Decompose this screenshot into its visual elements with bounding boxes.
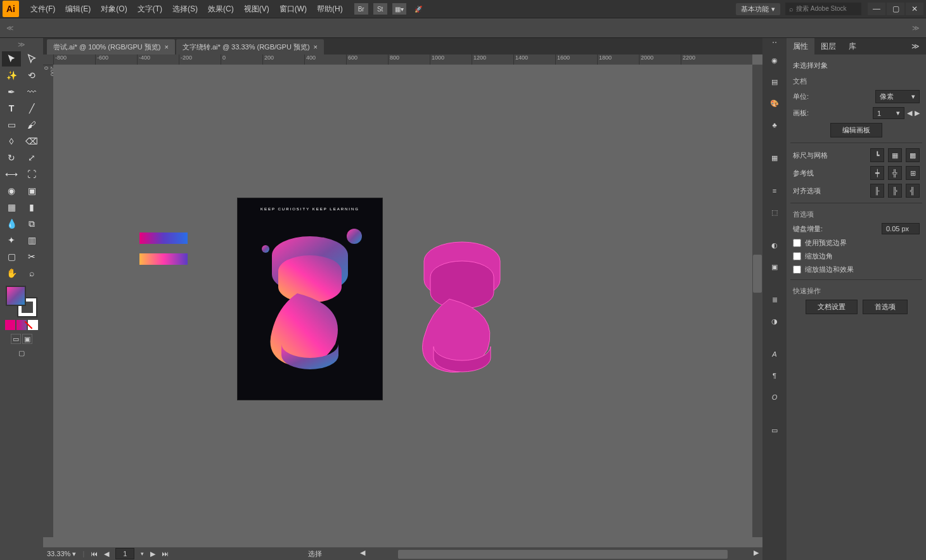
document-setup-button[interactable]: 文档设置 bbox=[806, 300, 858, 314]
swatches-panel-icon[interactable]: 🎨 bbox=[765, 94, 784, 113]
scrollbar-thumb[interactable] bbox=[753, 255, 762, 293]
guides-visibility-icon[interactable]: ┿ bbox=[870, 166, 884, 180]
screen-mode-normal[interactable]: ▭ bbox=[11, 334, 21, 344]
color-panel-icon[interactable]: ◉ bbox=[765, 51, 784, 70]
free-transform-tool[interactable]: ⛶ bbox=[22, 167, 41, 182]
rotate-tool[interactable]: ↻ bbox=[2, 150, 21, 165]
ruler-horizontal[interactable]: -800-600-400-200020040060080010001200140… bbox=[53, 54, 752, 65]
screen-mode-toggle[interactable]: ▢ bbox=[16, 348, 27, 358]
hand-tool[interactable]: ✋ bbox=[2, 265, 21, 281]
graph-tool[interactable]: ▥ bbox=[22, 232, 41, 248]
menu-select[interactable]: 选择(S) bbox=[167, 0, 203, 18]
canvas[interactable]: -800-600-400-200020040060080010001200140… bbox=[43, 54, 762, 547]
menu-window[interactable]: 窗口(W) bbox=[274, 0, 312, 18]
paintbrush-tool[interactable]: 🖌 bbox=[22, 117, 41, 132]
toolbar-handle[interactable]: ≫ bbox=[18, 41, 25, 49]
units-dropdown[interactable]: 像素▾ bbox=[875, 90, 920, 103]
ruler-vertical[interactable]: 02004006008001000120014001600 bbox=[43, 65, 53, 537]
artboard-dropdown[interactable]: 1▾ bbox=[873, 107, 904, 119]
tab-libraries[interactable]: 库 bbox=[842, 38, 863, 54]
gradient-tool[interactable]: ▮ bbox=[22, 200, 41, 215]
stroke-panel-icon[interactable]: ▦ bbox=[765, 148, 784, 167]
guides-lock-icon[interactable]: ╬ bbox=[888, 166, 902, 180]
mesh-tool[interactable]: ▦ bbox=[2, 200, 21, 215]
smart-guides-icon[interactable]: ⊞ bbox=[906, 166, 920, 180]
symbols-panel-icon[interactable]: ♣ bbox=[765, 115, 784, 134]
eraser-tool[interactable]: ⌫ bbox=[22, 134, 41, 149]
artboard-1[interactable]: KEEP CURIOSITY KEEP LEARNING bbox=[237, 198, 383, 400]
gradient-swatch-1[interactable] bbox=[139, 232, 188, 244]
blend-tool[interactable]: ⧉ bbox=[22, 216, 41, 231]
opentype-panel-icon[interactable]: O bbox=[765, 388, 784, 407]
stage[interactable]: KEEP CURIOSITY KEEP LEARNING bbox=[53, 65, 752, 537]
paragraph-panel-icon[interactable]: ¶ bbox=[765, 366, 784, 385]
fill-stroke-swatch[interactable] bbox=[6, 286, 37, 317]
direct-selection-tool[interactable] bbox=[22, 51, 41, 67]
selection-tool[interactable] bbox=[2, 51, 21, 67]
ruler-toggle-icon[interactable]: ┗ bbox=[870, 148, 884, 162]
nav-first[interactable]: ⏮ bbox=[91, 550, 98, 557]
scale-tool[interactable]: ⤢ bbox=[22, 150, 41, 165]
menu-type[interactable]: 文字(T) bbox=[132, 0, 167, 18]
close-button[interactable]: ✕ bbox=[906, 3, 923, 15]
fill-swatch[interactable] bbox=[6, 286, 26, 306]
minimize-button[interactable]: — bbox=[868, 3, 885, 15]
screen-mode-full[interactable]: ▣ bbox=[22, 334, 32, 344]
horizontal-scrollbar[interactable] bbox=[373, 549, 746, 558]
search-input[interactable]: ⌕ 搜索 Adobe Stock bbox=[785, 3, 861, 15]
align-key-icon[interactable]: ╠ bbox=[888, 184, 902, 198]
shaper-tool[interactable]: ◊ bbox=[2, 134, 21, 149]
panel-collapse-icon[interactable]: ≫ bbox=[905, 38, 926, 54]
artboard-next-icon[interactable]: ▶ bbox=[915, 109, 920, 117]
tab-doc-1[interactable]: 尝试.ai* @ 100% (RGB/GPU 预览) × bbox=[47, 39, 175, 54]
transform-panel-icon[interactable]: ⬚ bbox=[765, 203, 784, 222]
slice-tool[interactable]: ✂ bbox=[22, 249, 41, 264]
width-tool[interactable]: ⟷ bbox=[2, 167, 21, 182]
color-mode-solid[interactable] bbox=[5, 320, 15, 330]
artboard-number[interactable]: 1 bbox=[115, 548, 134, 559]
menu-object[interactable]: 对象(O) bbox=[96, 0, 132, 18]
grid-toggle-icon[interactable]: ▦ bbox=[888, 148, 902, 162]
menu-view[interactable]: 视图(V) bbox=[239, 0, 274, 18]
menu-effect[interactable]: 效果(C) bbox=[203, 0, 239, 18]
color-guide-icon[interactable]: ▤ bbox=[765, 72, 784, 91]
perspective-tool[interactable]: ▣ bbox=[22, 183, 41, 198]
graphic-styles-icon[interactable]: ▣ bbox=[765, 257, 784, 276]
artboard-tool[interactable]: ▢ bbox=[2, 249, 21, 264]
shape-builder-tool[interactable]: ◉ bbox=[2, 183, 21, 198]
tab-properties[interactable]: 属性 bbox=[787, 38, 814, 54]
line-tool[interactable]: ╱ bbox=[22, 101, 41, 116]
type-panel-icon[interactable]: A bbox=[765, 345, 784, 364]
type-tool[interactable]: T bbox=[2, 101, 21, 116]
eyedropper-tool[interactable]: 💧 bbox=[2, 216, 21, 231]
zoom-level[interactable]: 33.33% ▾ bbox=[47, 550, 76, 558]
preferences-button[interactable]: 首选项 bbox=[863, 300, 908, 314]
align-pixel-icon[interactable]: ╟ bbox=[870, 184, 884, 198]
scale-strokes-checkbox[interactable] bbox=[793, 265, 801, 274]
stock-icon[interactable]: St bbox=[373, 3, 387, 15]
lasso-tool[interactable]: ⟲ bbox=[22, 68, 41, 83]
bridge-icon[interactable]: Br bbox=[354, 3, 368, 15]
control-left-collapse[interactable]: ≪ bbox=[6, 24, 14, 32]
preview-bounds-checkbox[interactable] bbox=[793, 239, 801, 247]
menu-file[interactable]: 文件(F) bbox=[25, 0, 60, 18]
gradient-swatch-2[interactable] bbox=[139, 253, 188, 265]
tab-close-icon[interactable]: × bbox=[314, 43, 318, 51]
tab-doc-2[interactable]: 文字绕转.ai* @ 33.33% (RGB/GPU 预览) × bbox=[176, 39, 324, 54]
hscroll-right[interactable]: ▶ bbox=[754, 549, 759, 557]
color-mode-none[interactable] bbox=[28, 320, 38, 330]
menu-edit[interactable]: 编辑(E) bbox=[60, 0, 96, 18]
transparency-grid-icon[interactable]: ▩ bbox=[906, 148, 920, 162]
nav-last[interactable]: ⏭ bbox=[162, 550, 169, 557]
zoom-tool[interactable]: ⌕ bbox=[22, 265, 41, 281]
pen-tool[interactable]: ✒ bbox=[2, 84, 21, 99]
strip-expand-icon[interactable] bbox=[765, 42, 784, 46]
edit-artboard-button[interactable]: 编辑画板 bbox=[830, 123, 882, 137]
tab-close-icon[interactable]: × bbox=[164, 43, 168, 51]
maximize-button[interactable]: ▢ bbox=[887, 3, 904, 15]
rectangle-tool[interactable]: ▭ bbox=[2, 117, 21, 132]
gradient-panel-icon[interactable]: ▭ bbox=[765, 421, 784, 440]
gpu-icon[interactable]: 🚀 bbox=[411, 3, 425, 15]
vertical-scrollbar[interactable] bbox=[752, 65, 762, 537]
scrollbar-thumb[interactable] bbox=[398, 550, 728, 559]
